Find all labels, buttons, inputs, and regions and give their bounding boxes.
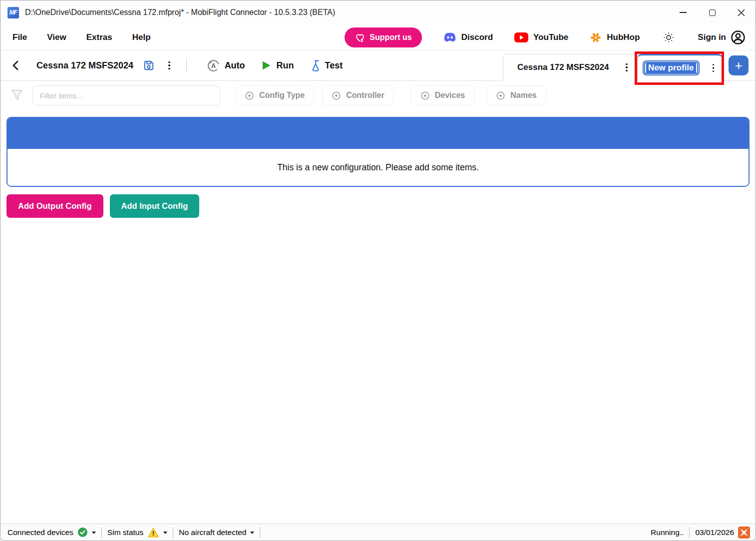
toolbar: Cessna 172 MSFS2024 A Auto — [0, 50, 756, 81]
connected-devices-status[interactable]: Connected devices — [7, 527, 96, 538]
maximize-icon — [709, 9, 716, 16]
menu-right-group: $ Support us Discord YouTube — [345, 27, 746, 47]
profile-tab-editing[interactable]: New profile — [637, 54, 723, 81]
mobiflight-logo-icon — [738, 526, 751, 539]
status-ok-icon — [77, 527, 88, 538]
config-action-row: Add Output Config Add Input Config — [6, 194, 750, 218]
statusbar-divider — [101, 527, 102, 538]
close-button[interactable] — [727, 0, 756, 24]
youtube-label: YouTube — [533, 32, 568, 42]
add-output-config-button[interactable]: Add Output Config — [6, 194, 103, 218]
toolbar-divider — [186, 58, 187, 73]
filter-pill-config-type[interactable]: Config Type — [235, 85, 314, 105]
chevron-down-icon — [250, 532, 254, 534]
sign-in-label: Sign in — [698, 32, 726, 42]
profile-tabstrip: Cessna 172 MSFS2024 New profile + — [503, 50, 756, 80]
filter-pill-devices[interactable]: Devices — [411, 85, 475, 105]
profile-rename-input[interactable]: New profile — [643, 60, 700, 75]
window-controls — [669, 0, 756, 24]
sim-status-label: Sim status — [107, 528, 143, 537]
heart-dollar-icon: $ — [355, 32, 366, 43]
add-profile-button[interactable]: + — [729, 55, 749, 75]
test-flask-icon — [309, 59, 321, 72]
auto-label: Auto — [225, 60, 245, 71]
svg-text:$: $ — [361, 38, 364, 42]
discord-label: Discord — [461, 32, 493, 42]
statusbar-divider — [689, 527, 690, 538]
theme-toggle-button[interactable] — [661, 29, 677, 45]
app-logo-icon: MF — [7, 7, 19, 18]
project-menu-kebab[interactable] — [164, 59, 174, 72]
plus-icon: + — [735, 58, 742, 73]
filter-pill-label: Devices — [435, 91, 465, 100]
svg-text:!: ! — [152, 530, 154, 537]
window-title: D:\OneDrive\Documents\Cessna 172.mfproj*… — [25, 8, 335, 17]
back-button[interactable] — [8, 58, 22, 73]
profile-tab-active[interactable]: Cessna 172 MSFS2024 — [503, 54, 637, 81]
chevron-down-icon — [163, 532, 167, 534]
main-content: This is a new configuration. Please add … — [0, 110, 756, 524]
menu-extras[interactable]: Extras — [86, 32, 112, 42]
empty-config-message: This is a new configuration. Please add … — [277, 162, 479, 173]
filter-funnel-icon — [9, 88, 24, 103]
sign-in-button[interactable]: Sign in — [698, 30, 746, 45]
discord-link[interactable]: Discord — [443, 31, 493, 43]
profile-tab-label: Cessna 172 MSFS2024 — [517, 62, 609, 72]
sim-status[interactable]: Sim status ! — [107, 527, 167, 538]
svg-text:A: A — [211, 62, 216, 69]
add-input-config-button[interactable]: Add Input Config — [110, 194, 200, 218]
support-us-button[interactable]: $ Support us — [345, 27, 421, 47]
app-window: MF D:\OneDrive\Documents\Cessna 172.mfpr… — [0, 0, 756, 541]
hubhop-label: HubHop — [607, 32, 640, 42]
aircraft-status[interactable]: No aircraft detected — [179, 528, 254, 537]
auto-mode-button[interactable]: A Auto — [207, 59, 245, 72]
menu-help[interactable]: Help — [132, 32, 151, 42]
statusbar-divider — [173, 527, 173, 538]
chevron-down-icon — [92, 532, 96, 534]
toolbar-left-group: Cessna 172 MSFS2024 A Auto — [8, 57, 343, 74]
menu-bar: File View Extras Help $ Support us Disco… — [0, 24, 756, 50]
test-button[interactable]: Test — [309, 59, 343, 72]
connected-devices-label: Connected devices — [7, 528, 73, 537]
hubhop-link[interactable]: HubHop — [589, 31, 640, 44]
save-button[interactable] — [140, 57, 157, 74]
run-play-icon — [260, 59, 272, 71]
auto-icon: A — [207, 59, 220, 72]
filter-input[interactable] — [32, 85, 220, 105]
menu-items: File View Extras Help — [12, 32, 151, 42]
run-button[interactable]: Run — [260, 59, 294, 71]
filter-pill-controller[interactable]: Controller — [322, 85, 393, 105]
editing-tab-kebab[interactable] — [709, 62, 719, 74]
sun-icon — [663, 31, 675, 43]
support-us-label: Support us — [370, 33, 411, 42]
target-icon — [420, 91, 430, 100]
account-icon — [731, 30, 746, 45]
back-chevron-icon — [10, 60, 20, 71]
test-label: Test — [325, 60, 343, 71]
minimize-button[interactable] — [669, 0, 698, 24]
filter-pill-label: Controller — [346, 91, 384, 100]
hubhop-icon — [589, 31, 602, 44]
target-icon — [496, 91, 505, 100]
profile-tab-kebab[interactable] — [622, 61, 632, 74]
youtube-link[interactable]: YouTube — [514, 32, 568, 43]
menu-view[interactable]: View — [47, 32, 66, 42]
target-icon — [332, 91, 341, 100]
menu-file[interactable]: File — [12, 32, 27, 42]
youtube-icon — [514, 32, 529, 43]
profile-rename-value: New profile — [646, 62, 696, 73]
filter-bar: Config Type Controller Devices Names — [0, 81, 756, 110]
running-status-label: Running.. — [651, 528, 684, 537]
statusbar-right-group: Running.. 03/01/2026 — [651, 526, 751, 539]
title-bar: MF D:\OneDrive\Documents\Cessna 172.mfpr… — [0, 0, 756, 24]
filter-pill-names[interactable]: Names — [486, 85, 546, 105]
target-icon — [245, 91, 254, 100]
status-bar: Connected devices Sim status ! No aircra… — [0, 524, 756, 541]
close-icon — [737, 8, 746, 17]
save-icon — [142, 59, 155, 72]
statusbar-divider — [260, 527, 260, 538]
project-title: Cessna 172 MSFS2024 — [36, 60, 133, 71]
maximize-button[interactable] — [698, 0, 727, 24]
aircraft-status-label: No aircraft detected — [179, 528, 246, 537]
config-table: This is a new configuration. Please add … — [6, 117, 750, 187]
